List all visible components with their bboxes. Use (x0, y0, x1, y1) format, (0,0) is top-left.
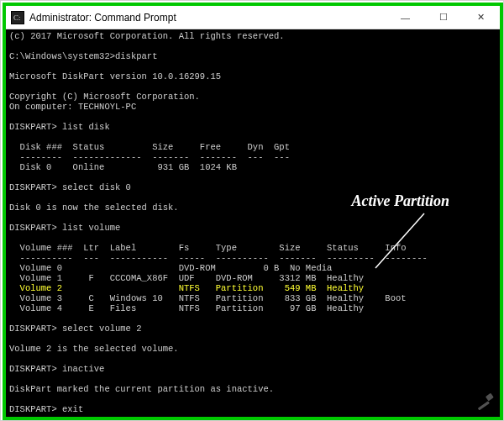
line-exit: DISKPART> exit (9, 404, 83, 414)
line-disk-divider: -------- ------------- ------- ------- -… (9, 152, 290, 162)
svg-rect-5 (486, 393, 494, 402)
titlebar[interactable]: C: Administrator: Command Prompt — ☐ ✕ (6, 6, 500, 29)
line-disk-selected: Disk 0 is now the selected disk. (9, 203, 179, 213)
line-version: Microsoft DiskPart version 10.0.16299.15 (9, 71, 221, 82)
line-vol-4: Volume 4 E Files NTFS Partition 97 GB He… (9, 303, 364, 313)
line-vol-selected: Volume 2 is the selected volume. (9, 344, 179, 354)
line-vol-1: Volume 1 F CCCOMA_X86F UDF DVD-ROM 3312 … (9, 273, 364, 283)
svg-rect-4 (478, 401, 490, 410)
minimize-button[interactable]: — (386, 6, 424, 29)
line-copyright: (c) 2017 Microsoft Corporation. All righ… (9, 31, 285, 41)
maximize-button[interactable]: ☐ (424, 6, 462, 29)
line-inactive: DISKPART> inactive (9, 364, 104, 374)
svg-text:C:: C: (13, 13, 21, 22)
line-vol-divider: ---------- --- ----------- ----- -------… (9, 253, 428, 263)
line-vol-2-active: Volume 2 NTFS Partition 549 MB Healthy (9, 283, 364, 293)
window-buttons: — ☐ ✕ (386, 6, 500, 29)
terminal-output[interactable]: (c) 2017 Microsoft Corporation. All righ… (6, 29, 500, 417)
window-title: Administrator: Command Prompt (29, 12, 386, 24)
line-select-volume: DISKPART> select volume 2 (9, 324, 142, 334)
line-vol-header: Volume ### Ltr Label Fs Type Size Status… (9, 243, 407, 253)
line-disk-0: Disk 0 Online 931 GB 1024 KB (9, 162, 237, 172)
watermark-hammer-icon (475, 392, 496, 413)
line-prompt-diskpart: C:\Windows\system32>diskpart (9, 51, 157, 61)
line-inactive-msg: DiskPart marked the current partition as… (9, 384, 274, 394)
annotation-active-partition: Active Partition (352, 192, 450, 210)
line-select-disk: DISKPART> select disk 0 (9, 182, 131, 192)
close-button[interactable]: ✕ (462, 6, 500, 29)
line-vol-3: Volume 3 C Windows 10 NTFS Partition 833… (9, 293, 407, 303)
line-disk-header: Disk ### Status Size Free Dyn Gpt (9, 142, 290, 152)
line-list-volume: DISKPART> list volume (9, 223, 120, 233)
line-copyright2: Copyright (C) Microsoft Corporation. (9, 92, 200, 102)
line-computer: On computer: TECHNOYL-PC (9, 102, 136, 112)
cmd-icon: C: (11, 11, 24, 24)
command-prompt-window: C: Administrator: Command Prompt — ☐ ✕ (… (3, 3, 503, 420)
line-list-disk: DISKPART> list disk (9, 122, 110, 132)
line-vol-0: Volume 0 DVD-ROM 0 B No Media (9, 263, 332, 273)
